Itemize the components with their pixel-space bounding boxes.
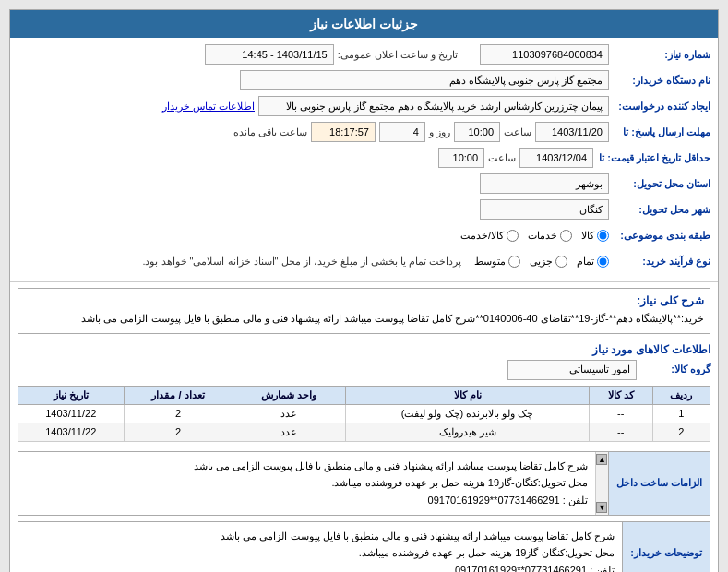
- page-title: جزئیات اطلاعات نیاز: [310, 17, 418, 31]
- items-section: اطلاعات کالاهای مورد نیاز گروه کالا: امو…: [10, 340, 718, 446]
- noe-faraind-row: نوع فرآیند خرید: تمام جزیی متوسط: [18, 250, 710, 272]
- ostan-field: بوشهر: [480, 173, 609, 194]
- notes-line1: شرح کامل تقاضا پیوست میباشد ارائه پیشنها…: [26, 458, 588, 475]
- notes-outer-label: الزامات ساخت داخل: [608, 452, 710, 515]
- tabaghe-label: طبقه بندی موضوعی:: [609, 230, 710, 242]
- tabaghe-value-cell: کالا خدمات کالا/خدمت: [18, 230, 609, 242]
- radio-jozi[interactable]: [555, 256, 567, 268]
- cell-radif: 2: [652, 423, 710, 441]
- nam-dastgah-value-cell: مجتمع گاز پارس جنوبی پالایشگاه دهم: [18, 70, 609, 90]
- items-title: اطلاعات کالاهای مورد نیاز: [18, 343, 710, 356]
- rooz-label: روز و: [429, 126, 450, 138]
- radio-motovaset[interactable]: [508, 256, 520, 268]
- radio-jozi-item[interactable]: جزیی: [530, 256, 567, 268]
- radio-kala-khadamat-label: کالا/خدمت: [460, 230, 504, 242]
- radio-tamam[interactable]: [597, 256, 609, 268]
- main-container: جزئیات اطلاعات نیاز شماره نیاز: 11030976…: [9, 9, 719, 572]
- noe-faraind-value-cell: تمام جزیی متوسط پرداخت تمام یا بخشی از م…: [18, 256, 609, 268]
- date2-field: 1403/12/04: [519, 148, 593, 168]
- radio-kala-khadamat-item[interactable]: کالا/خدمت: [460, 230, 519, 242]
- col-radif: ردیف: [652, 386, 710, 404]
- faraind-note: پرداخت تمام یا بخشی از مبلغ خرید، از محل…: [142, 256, 461, 268]
- col-tedad: تعداد / مقدار: [124, 386, 233, 404]
- radio-kala[interactable]: [597, 230, 609, 242]
- remain-label: ساعت باقی مانده: [233, 126, 307, 138]
- faraind-radio-group: تمام جزیی متوسط: [474, 256, 609, 268]
- shomare-niaz-row: شماره نیاز: 1103097684000834 تاریخ و ساع…: [18, 43, 710, 66]
- scroll-down-btn[interactable]: ▼: [596, 502, 607, 513]
- radio-motovaset-label: متوسط: [474, 256, 506, 268]
- ostan-label: استان محل تحویل:: [609, 178, 710, 190]
- page-header: جزئیات اطلاعات نیاز: [10, 10, 718, 38]
- cell-vahed: عدد: [233, 423, 346, 441]
- shomare-niaz-label: شماره نیاز:: [609, 49, 710, 61]
- nam-dastgah-row: نام دستگاه خریدار: مجتمع گاز پارس جنوبی …: [18, 69, 710, 91]
- cell-tedad: 2: [124, 423, 233, 441]
- buyer-notes-content: شرح کامل تقاضا پیوست میباشد ارائه پیشنها…: [18, 522, 622, 572]
- buyer-notes-line2: محل تحویل:کنگان-گاز19 هزینه حمل بر عهده …: [26, 544, 615, 562]
- haddaghal-label: حداقل تاریخ اعتبار قیمت: تا: [593, 152, 710, 164]
- etelas-tamas-link[interactable]: اطلاعات تماس خریدار: [162, 101, 255, 113]
- haddaghal-value-cell: 1403/12/04 ساعت 10:00: [18, 148, 593, 168]
- cell-name: شیر هیدرولیک: [346, 423, 589, 441]
- saat-label1: ساعت: [504, 126, 531, 138]
- radio-kala-item[interactable]: کالا: [581, 230, 609, 242]
- saat-remain-field: 18:17:57: [311, 122, 376, 142]
- radio-khadamat-item[interactable]: خدمات: [528, 230, 572, 242]
- notes-line3: تلفن : 07731466291**09170161929: [26, 492, 588, 509]
- shahr-row: شهر محل تحویل: کنگان: [18, 198, 710, 220]
- shrj-content: خرید:**پالایشگاه دهم**-گاز-19**تقاضای 40…: [24, 311, 704, 328]
- radio-khadamat[interactable]: [560, 230, 572, 242]
- shomare-niaz-value-cell: 1103097684000834 تاریخ و ساعت اعلان عموم…: [18, 44, 609, 65]
- form-section: شماره نیاز: 1103097684000834 تاریخ و ساع…: [10, 38, 718, 282]
- group-kala-row: گروه کالا: امور تاسیساتی: [18, 360, 710, 380]
- tarikh-field: 1403/11/15 - 14:45: [205, 44, 334, 65]
- nam-dastgah-field: مجتمع گاز پارس جنوبی پالایشگاه دهم: [240, 70, 609, 90]
- group-kala-label: گروه کالا:: [637, 363, 710, 375]
- table-row: 1 -- چک ولو بالابرنده (چک ولو لیفت) عدد …: [18, 404, 710, 423]
- shahr-value-cell: کنگان: [18, 199, 609, 220]
- notes-inner: ▲ ▼ شرح کامل تقاضا پیوست میباشد ارائه پی…: [18, 452, 608, 515]
- table-row: 2 -- شیر هیدرولیک عدد 2 1403/11/22: [18, 423, 710, 441]
- col-vahed: واحد شمارش: [233, 386, 346, 404]
- col-kod: کد کالا: [589, 386, 652, 404]
- scroll-up-btn[interactable]: ▲: [596, 454, 607, 465]
- saat-label2: ساعت: [488, 152, 516, 164]
- col-tarikh: تاریخ نیاز: [18, 386, 125, 404]
- date1-field: 1403/11/20: [535, 122, 609, 142]
- saat1-field: 10:00: [454, 122, 500, 142]
- radio-kala-label: کالا: [581, 230, 594, 242]
- items-table: ردیف کد کالا نام کالا واحد شمارش تعداد /…: [18, 386, 710, 442]
- ijad-konande-field: پیمان چترزرین کارشناس ارشد خرید پالایشگا…: [258, 96, 609, 116]
- shahr-field: کنگان: [480, 199, 609, 220]
- cell-kod: --: [589, 423, 652, 441]
- radio-jozi-label: جزیی: [530, 256, 553, 268]
- shomare-niaz-field: 1103097684000834: [480, 44, 609, 65]
- buyer-notes-label-text: توضیحات خریدار:: [630, 547, 702, 559]
- ijad-konande-label: ایجاد کننده درخواست:: [609, 101, 710, 113]
- tarikh-label: تاریخ و ساعت اعلان عمومی:: [338, 49, 458, 61]
- cell-name: چک ولو بالابرنده (چک ولو لیفت): [346, 404, 589, 423]
- rooz-field: 4: [379, 122, 425, 142]
- group-kala-field: امور تاسیساتی: [507, 360, 637, 380]
- shahr-label: شهر محل تحویل:: [609, 204, 710, 216]
- radio-motovaset-item[interactable]: متوسط: [474, 256, 520, 268]
- buyer-notes-line3: تلفن : 07731466291**09170161929: [26, 562, 615, 572]
- table-header-row: ردیف کد کالا نام کالا واحد شمارش تعداد /…: [18, 386, 710, 404]
- radio-tamam-label: تمام: [577, 256, 594, 268]
- tabaghe-row: طبقه بندی موضوعی: کالا خدمات کالا/خدمت: [18, 224, 710, 246]
- cell-tarikh: 1403/11/22: [18, 404, 125, 423]
- ijad-konande-value-cell: پیمان چترزرین کارشناس ارشد خرید پالایشگا…: [18, 96, 609, 116]
- mohlat-row: مهلت ارسال پاسخ: تا 1403/11/20 ساعت 10:0…: [18, 121, 710, 143]
- notes-wrapper: الزامات ساخت داخل ▲ ▼ شرح کامل تقاضا پیو…: [18, 451, 710, 516]
- ijad-konande-row: ایجاد کننده درخواست: پیمان چترزرین کارشن…: [18, 95, 710, 117]
- radio-tamam-item[interactable]: تمام: [577, 256, 609, 268]
- ostan-value-cell: بوشهر: [18, 173, 609, 194]
- cell-tarikh: 1403/11/22: [18, 423, 125, 441]
- noe-faraind-label: نوع فرآیند خرید:: [609, 256, 710, 268]
- ostan-row: استان محل تحویل: بوشهر: [18, 173, 710, 195]
- radio-khadamat-label: خدمات: [528, 230, 557, 242]
- buyer-notes-label: توضیحات خریدار:: [622, 522, 710, 572]
- shrj-header: شرح کلی نیاز:: [24, 294, 704, 307]
- radio-kala-khadamat[interactable]: [507, 230, 519, 242]
